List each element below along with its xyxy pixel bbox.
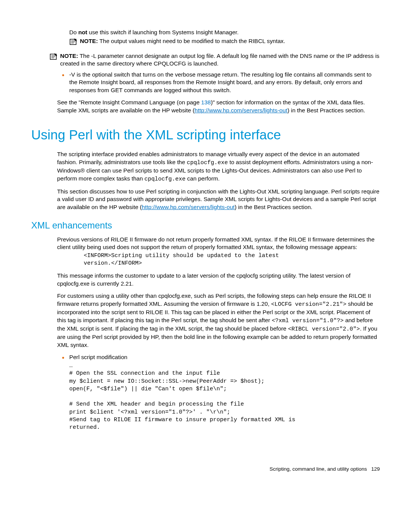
bullet-icon: • [57, 71, 69, 94]
heading-perl-xml: Using Perl with the XML scripting interf… [31, 126, 380, 144]
note-text: NOTE: The -L parameter cannot designate … [60, 52, 380, 68]
paragraph: Do not use this switch if launching from… [69, 29, 380, 37]
bullet-icon: • [57, 353, 69, 361]
list-item: • -V is the optional switch that turns o… [57, 71, 380, 94]
paragraph: The scripting interface provided enables… [57, 150, 380, 183]
note-row: NOTE: The output values might need to be… [69, 37, 380, 45]
paragraph: For customers using a utility other than… [57, 292, 380, 349]
code-block: … # Open the SSL connection and the inpu… [69, 362, 380, 431]
page-footer: Scripting, command line, and utility opt… [31, 466, 380, 473]
list-item: • Perl script modification [57, 353, 380, 361]
note-icon [69, 37, 80, 45]
paragraph: Previous versions of RILOE II firmware d… [57, 236, 380, 251]
heading-xml-enhancements: XML enhancements [31, 219, 380, 232]
paragraph: This message informs the customer to upd… [57, 272, 380, 288]
paragraph: See the "Remote Insight Command Language… [57, 99, 380, 114]
hp-lights-out-link[interactable]: http://www.hp.com/servers/lights-out [194, 107, 287, 113]
code-block: <INFORM>Scripting utility should be upda… [84, 252, 380, 268]
page-reference[interactable]: 138 [201, 99, 211, 105]
paragraph: This section discusses how to use Perl s… [57, 188, 380, 211]
hp-lights-out-link[interactable]: http://www.hp.com/servers/lights-out [142, 204, 235, 210]
note-row: NOTE: The -L parameter cannot designate … [49, 52, 380, 68]
note-icon [49, 52, 60, 60]
list-item-text: Perl script modification [69, 353, 380, 361]
list-item-text: -V is the optional switch that turns on … [69, 71, 380, 94]
page-number: 129 [371, 466, 380, 472]
note-text: NOTE: The output values might need to be… [80, 37, 285, 45]
